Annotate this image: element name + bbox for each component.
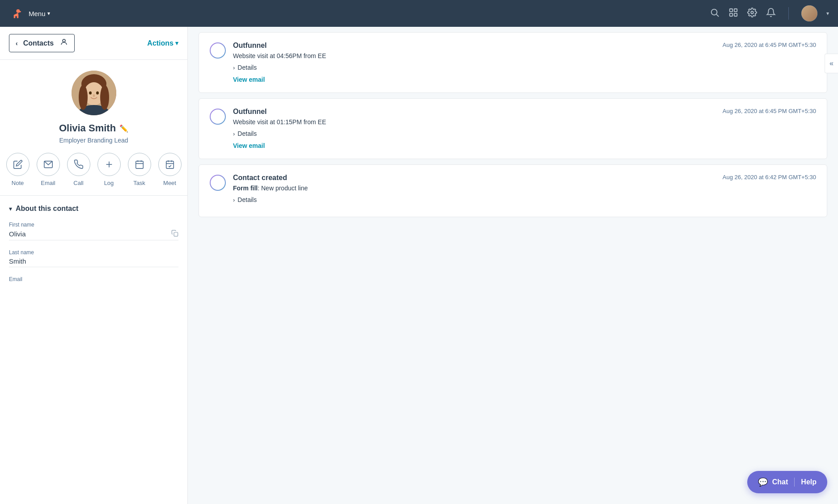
form-fill-value: : New product line [258, 185, 308, 192]
activity-details-1[interactable]: › Details [233, 64, 816, 71]
svg-rect-32 [174, 232, 178, 236]
about-chevron-icon: ▾ [9, 205, 12, 212]
svg-point-17 [100, 85, 109, 110]
copy-icon[interactable] [171, 230, 178, 238]
last-name-label: Last name [9, 249, 178, 256]
activity-header-2: Outfunnel Aug 26, 2020 at 6:45 PM GMT+5:… [233, 108, 816, 116]
activity-time-1: Aug 26, 2020 at 6:45 PM GMT+5:30 [723, 42, 816, 48]
activity-body-1: Outfunnel Aug 26, 2020 at 6:45 PM GMT+5:… [233, 42, 816, 84]
call-button[interactable] [67, 153, 90, 176]
log-label: Log [104, 180, 114, 186]
help-label: Help [801, 478, 817, 486]
activity-source-3: Contact created [233, 174, 287, 182]
note-button[interactable] [6, 153, 30, 176]
meet-label: Meet [163, 180, 176, 186]
email-field: Email [9, 276, 178, 284]
svg-rect-24 [135, 161, 143, 169]
svg-point-11 [63, 39, 65, 42]
settings-icon[interactable] [747, 8, 757, 20]
task-button[interactable] [128, 153, 151, 176]
edit-icon[interactable]: ✏️ [119, 124, 128, 133]
nav-menu[interactable]: Menu ▾ [29, 10, 50, 17]
call-action[interactable]: Call [67, 153, 90, 186]
call-label: Call [73, 180, 83, 186]
details-chevron-1: › [233, 64, 235, 71]
contacts-label: Contacts [23, 39, 54, 47]
svg-point-10 [751, 11, 753, 14]
meet-action[interactable]: Meet [158, 153, 182, 186]
avatar-image [801, 5, 817, 21]
activity-desc-1: Website visit at 04:56PM from EE [233, 52, 816, 59]
activity-source-2: Outfunnel [233, 108, 267, 116]
nav-left: Menu ▾ [9, 6, 50, 21]
profile-name-text: Olivia Smith [59, 122, 116, 134]
contacts-back-button[interactable]: ‹ Contacts [9, 34, 75, 52]
chat-divider [794, 478, 795, 487]
activity-time-3: Aug 26, 2020 at 6:42 PM GMT+5:30 [723, 174, 816, 181]
activity-card-2: Outfunnel Aug 26, 2020 at 6:45 PM GMT+5:… [199, 98, 827, 159]
collapse-panel-button[interactable]: « [825, 54, 838, 73]
note-action[interactable]: Note [6, 153, 30, 186]
marketplace-icon[interactable] [728, 8, 738, 20]
actions-chevron-icon: ▾ [175, 40, 178, 46]
details-chevron-2: › [233, 130, 235, 137]
bell-icon[interactable] [766, 8, 776, 20]
profile-name: Olivia Smith ✏️ [59, 122, 128, 134]
field-divider-2 [9, 267, 178, 267]
note-label: Note [12, 180, 24, 186]
activity-card-1: Outfunnel Aug 26, 2020 at 6:45 PM GMT+5:… [199, 32, 827, 93]
main-layout: ‹ Contacts Actions ▾ [0, 27, 838, 504]
log-action[interactable]: Log [97, 153, 121, 186]
avatar-chevron-icon[interactable]: ▾ [826, 10, 829, 17]
about-header[interactable]: ▾ About this contact [9, 205, 178, 213]
activity-desc-3: Form fill: New product line [233, 185, 816, 192]
activity-body-2: Outfunnel Aug 26, 2020 at 6:45 PM GMT+5:… [233, 108, 816, 150]
svg-rect-6 [730, 8, 732, 11]
svg-point-3 [17, 10, 19, 12]
meet-button[interactable] [158, 153, 182, 176]
activity-time-2: Aug 26, 2020 at 6:45 PM GMT+5:30 [723, 108, 816, 114]
last-name-text: Smith [9, 257, 26, 265]
activity-header-3: Contact created Aug 26, 2020 at 6:42 PM … [233, 174, 816, 182]
details-label-2: Details [237, 130, 257, 137]
first-name-value: Olivia [9, 230, 178, 238]
hubspot-logo[interactable] [9, 6, 23, 21]
avatar[interactable] [801, 5, 817, 21]
activity-details-3[interactable]: › Details [233, 196, 816, 203]
svg-point-16 [79, 85, 88, 110]
collapse-icon: « [830, 59, 834, 67]
profile-avatar [72, 71, 116, 115]
profile-title: Employer Branding Lead [59, 137, 128, 144]
left-sidebar: ‹ Contacts Actions ▾ [0, 27, 188, 504]
email-action[interactable]: Email [37, 153, 60, 186]
last-name-value: Smith [9, 257, 178, 265]
last-name-field: Last name Smith [9, 249, 178, 267]
chat-label: Chat [772, 478, 788, 486]
first-name-field: First name Olivia [9, 222, 178, 240]
form-fill-label: Form fill [233, 185, 258, 192]
task-label: Task [133, 180, 145, 186]
activity-details-2[interactable]: › Details [233, 130, 816, 137]
view-email-link-1[interactable]: View email [233, 76, 265, 83]
email-label: Email [9, 276, 178, 282]
activity-header-1: Outfunnel Aug 26, 2020 at 6:45 PM GMT+5:… [233, 42, 816, 50]
view-email-link-2[interactable]: View email [233, 142, 265, 149]
nav-divider [788, 7, 789, 20]
about-section: ▾ About this contact First name Olivia L… [0, 196, 187, 302]
chat-help-button[interactable]: 💬 Chat Help [747, 471, 827, 493]
email-button[interactable] [37, 153, 60, 176]
first-name-text: Olivia [9, 230, 26, 238]
svg-rect-28 [166, 161, 174, 169]
task-action[interactable]: Task [128, 153, 151, 186]
search-icon[interactable] [710, 8, 719, 20]
user-icon [60, 38, 68, 48]
top-navigation: Menu ▾ ▾ [0, 0, 838, 27]
svg-point-18 [89, 92, 92, 95]
field-divider [9, 240, 178, 240]
svg-rect-8 [730, 13, 732, 16]
svg-rect-7 [734, 8, 737, 11]
activity-icon-2 [210, 109, 226, 125]
menu-label: Menu [29, 10, 46, 17]
log-button[interactable] [97, 153, 121, 176]
actions-button[interactable]: Actions ▾ [147, 39, 178, 47]
